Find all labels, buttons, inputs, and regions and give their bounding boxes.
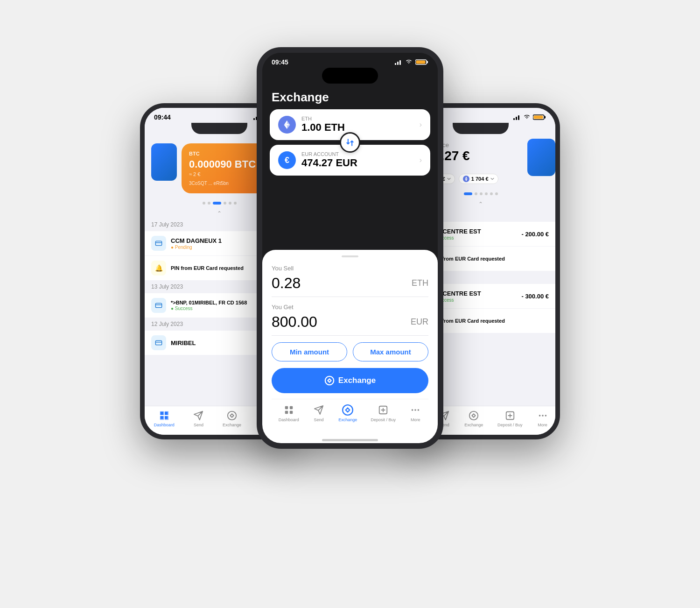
dot-active bbox=[213, 202, 221, 205]
nav-exchange-label: Exchange bbox=[223, 423, 241, 427]
you-sell-currency: ETH bbox=[412, 278, 428, 288]
exchange-cards-area: ETH 1.00 ETH › € bbox=[262, 109, 438, 176]
nav-send[interactable]: Send bbox=[193, 410, 204, 427]
phones-container: 09:44 bbox=[140, 47, 560, 561]
center-nav-deposit[interactable]: Deposit / Buy bbox=[371, 404, 396, 422]
eur-card-left: € EUR ACCOUNT 474.27 EUR bbox=[278, 151, 357, 169]
right-nav-more[interactable]: More bbox=[537, 410, 548, 427]
tx-info-2: *>BNP, 01MIRIBEL, FR CD 1568 ● Success bbox=[171, 300, 269, 311]
svg-point-9 bbox=[228, 411, 236, 420]
signal-icon-r bbox=[513, 114, 521, 120]
svg-rect-24 bbox=[289, 406, 292, 409]
right-nav-more-label: More bbox=[538, 423, 547, 427]
center-nav-dashboard[interactable]: Dashboard bbox=[279, 404, 299, 422]
tx-icon bbox=[151, 236, 166, 251]
dot bbox=[229, 202, 231, 205]
max-amount-button[interactable]: Max amount bbox=[353, 342, 428, 361]
right-blue-card bbox=[527, 139, 555, 176]
eth-label: ETH bbox=[301, 116, 345, 121]
battery-icon-r bbox=[533, 114, 546, 120]
exchange-button[interactable]: Exchange bbox=[272, 368, 428, 393]
svg-marker-20 bbox=[284, 125, 287, 129]
you-sell-row: ETH bbox=[272, 275, 428, 297]
eth-chevron: › bbox=[420, 120, 422, 129]
nav-dashboard-label: Dashboard bbox=[154, 423, 175, 427]
you-sell-input[interactable] bbox=[272, 275, 381, 292]
svg-point-22 bbox=[325, 376, 334, 385]
you-get-input[interactable] bbox=[272, 313, 381, 331]
eth-chevron bbox=[490, 177, 494, 180]
dot-r bbox=[485, 192, 488, 195]
eth-pill-icon bbox=[463, 176, 469, 182]
center-nav-more[interactable]: More bbox=[409, 404, 421, 422]
svg-point-47 bbox=[542, 415, 544, 417]
svg-rect-32 bbox=[513, 118, 515, 120]
center-dynamic-island bbox=[322, 68, 378, 84]
right-tx-status-1: ● Success bbox=[432, 235, 521, 240]
nav-exchange[interactable]: Exchange bbox=[223, 410, 241, 427]
right-more-icon bbox=[537, 410, 548, 421]
right-status-icons bbox=[513, 114, 546, 120]
center-nav-exchange[interactable]: Exchange bbox=[338, 404, 357, 422]
right-tx-name-2: CR CENTRE EST bbox=[432, 290, 521, 297]
svg-rect-34 bbox=[518, 115, 519, 120]
blue-card bbox=[151, 143, 177, 181]
center-dashboard-icon bbox=[283, 404, 295, 416]
right-nav-exchange[interactable]: Exchange bbox=[464, 410, 483, 427]
left-notch bbox=[191, 123, 247, 134]
amount-buttons: Min amount Max amount bbox=[272, 342, 428, 361]
dot bbox=[208, 202, 210, 205]
svg-rect-36 bbox=[545, 116, 546, 119]
tx-icon-3 bbox=[151, 335, 166, 350]
tx-status-2: ● Success bbox=[171, 306, 269, 311]
eth-amount: 1.00 ETH bbox=[301, 121, 345, 134]
eth-info: ETH 1.00 ETH bbox=[301, 116, 345, 134]
wifi-icon-r bbox=[523, 114, 531, 120]
svg-rect-0 bbox=[253, 118, 255, 120]
tx-info-3: MIRIBEL bbox=[171, 339, 269, 346]
svg-rect-7 bbox=[155, 303, 161, 307]
right-tx-amount-1: - 200.00 € bbox=[521, 231, 549, 238]
you-get-label: You Get bbox=[272, 304, 428, 311]
svg-marker-39 bbox=[465, 177, 466, 179]
svg-marker-41 bbox=[465, 179, 466, 181]
center-status-bar: 09:45 bbox=[262, 53, 438, 68]
send-icon bbox=[193, 410, 204, 421]
center-nav-send[interactable]: Send bbox=[313, 404, 325, 422]
tx-status: ● Pending bbox=[171, 245, 269, 250]
right-notif-info-1: PIN from EUR Card requested bbox=[432, 256, 549, 262]
tx-name: CCM DAGNEUX 1 bbox=[171, 237, 269, 244]
svg-marker-38 bbox=[466, 177, 468, 179]
right-tx-info-2: CR CENTRE EST ● Success bbox=[432, 290, 521, 303]
tx-info: CCM DAGNEUX 1 ● Pending bbox=[171, 237, 269, 250]
swap-button[interactable] bbox=[340, 132, 360, 153]
min-amount-button[interactable]: Min amount bbox=[272, 342, 347, 361]
center-nav-deposit-label: Deposit / Buy bbox=[371, 417, 396, 422]
svg-rect-8 bbox=[155, 340, 161, 345]
dot-r bbox=[490, 192, 493, 195]
right-deposit-icon bbox=[504, 410, 516, 421]
exchange-btn-icon bbox=[324, 375, 335, 386]
right-nav-deposit[interactable]: Deposit / Buy bbox=[497, 410, 523, 427]
exchange-icon bbox=[226, 410, 238, 421]
right-notif-text-1: PIN from EUR Card requested bbox=[432, 256, 549, 262]
wifi-icon-c bbox=[405, 59, 413, 65]
eth-price: 1 704 € bbox=[471, 176, 489, 182]
right-notif-text-2: PIN from EUR Card requested bbox=[432, 318, 549, 324]
phone-center: 09:45 bbox=[257, 47, 443, 449]
eth-icon bbox=[278, 116, 296, 134]
dot-r bbox=[464, 192, 472, 195]
battery-icon-c bbox=[415, 59, 428, 65]
eur-info: EUR ACCOUNT 474.27 EUR bbox=[301, 151, 357, 169]
center-nav-send-label: Send bbox=[314, 417, 323, 422]
nav-dashboard[interactable]: Dashboard bbox=[154, 410, 175, 427]
center-deposit-icon bbox=[377, 404, 389, 416]
right-tx-name-1: CR CENTRE EST bbox=[432, 228, 521, 235]
center-send-icon bbox=[313, 404, 325, 416]
svg-rect-23 bbox=[285, 406, 287, 409]
tx-name-3: MIRIBEL bbox=[171, 339, 269, 346]
svg-point-31 bbox=[418, 409, 420, 411]
dot-r bbox=[480, 192, 483, 195]
dot bbox=[203, 202, 205, 205]
svg-rect-13 bbox=[399, 60, 401, 65]
